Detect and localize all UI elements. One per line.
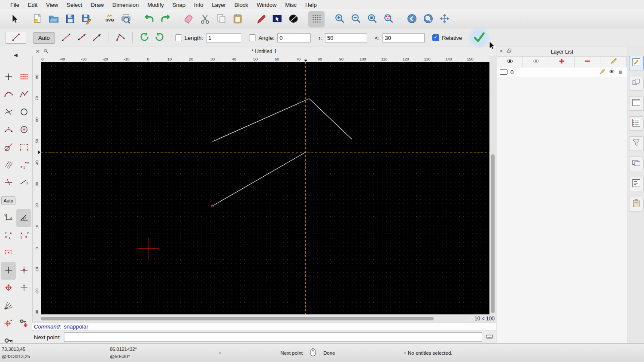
command-input[interactable] [64,332,482,342]
dock-layer-window-toggle[interactable] [629,96,644,111]
snap-endpoint[interactable] [16,262,31,280]
vertical-scrollbar-thumb[interactable] [491,154,495,313]
tool-tangent-line[interactable] [1,139,16,157]
dock-clipboard-toggle[interactable] [629,197,644,211]
radius-input[interactable] [325,33,367,42]
set-relative-zero[interactable] [16,315,31,332]
zoom-redraw-button[interactable] [404,11,420,27]
menu-select[interactable]: Select [62,2,86,8]
close-document-icon[interactable]: ✕ [36,48,40,54]
toggle-grid-button[interactable] [308,11,325,27]
remove-layer-button[interactable] [575,57,601,67]
line-normal-button[interactable] [58,31,74,44]
menu-edit[interactable]: Edit [24,2,42,8]
snap-auto[interactable]: Auto [1,192,16,209]
snap-center[interactable] [1,280,16,297]
menu-info[interactable]: Info [190,2,208,8]
menu-file[interactable]: File [6,2,24,8]
tool-arc[interactable] [1,121,16,139]
modify-layer-button[interactable] [601,57,627,67]
tool-order-points[interactable]: 12 [16,157,31,174]
menu-window[interactable]: Window [252,2,281,8]
menu-snap[interactable]: Snap [168,2,190,8]
snap-entity-region[interactable] [1,244,16,262]
tool-select-region[interactable] [16,139,31,157]
select-window-button[interactable] [269,11,285,27]
zoom-previous-button[interactable] [380,11,397,27]
length-input[interactable] [206,33,241,42]
length-checkbox[interactable] [175,34,182,41]
edit-attributes-button[interactable] [252,11,269,27]
zoom-out-button[interactable] [348,11,364,27]
select-button[interactable] [6,11,22,27]
tool-circle[interactable] [16,104,31,121]
cut-button[interactable] [197,11,213,27]
copy-button[interactable] [213,11,229,27]
snap-angle-multiples[interactable] [1,297,16,315]
snap-angle[interactable]: a [16,209,31,227]
drawing-canvas[interactable] [41,62,489,314]
deselect-all-button[interactable] [285,11,301,27]
menu-misc[interactable]: Misc [281,2,301,8]
confirm-button[interactable] [471,31,487,44]
menu-layer[interactable]: Layer [208,2,231,8]
vertical-scrollbar[interactable] [490,56,495,314]
snap-grid[interactable] [1,262,16,280]
edit-layer-icon[interactable] [599,68,606,76]
snap-mode-dropdown[interactable]: Auto [33,32,55,44]
horizontal-scrollbar-thumb[interactable] [41,317,434,320]
panel-float-icon[interactable] [507,48,512,55]
dock-library-browser-toggle[interactable] [629,157,644,171]
layer-visible-icon[interactable] [608,68,615,76]
polar-angle-input[interactable] [383,33,425,42]
lock-relative-zero[interactable] [1,332,16,343]
panel-close-icon[interactable]: ✕ [499,48,503,54]
add-layer-button[interactable] [549,57,575,67]
open-file-button[interactable] [46,11,62,27]
zoom-in-button[interactable] [331,11,348,27]
layer-row[interactable]: 0 [497,67,627,77]
relative-checkbox[interactable] [432,34,439,41]
save-as-button[interactable] [78,11,94,27]
collapse-toolbar-button[interactable]: ◀ [0,52,31,58]
restrict-vertical[interactable]: 12 [16,227,31,244]
menu-draw[interactable]: Draw [86,2,108,8]
export-svg-button[interactable]: SVG [101,11,118,27]
tool-spline-points[interactable] [1,86,16,104]
angle-input[interactable] [277,33,311,42]
dock-filter-toggle[interactable] [629,136,644,151]
line-direction-button[interactable] [89,31,105,44]
zoom-window-button[interactable] [420,11,436,27]
tool-polyline[interactable] [16,86,31,104]
dock-pen-widget-toggle[interactable] [629,56,644,70]
dock-block-list-toggle[interactable] [629,76,644,90]
tool-hatch[interactable] [1,157,16,174]
document-zoom-icon[interactable] [43,48,49,55]
layer-lock-icon[interactable] [617,69,623,76]
tool-point-grid[interactable] [16,69,31,86]
tool-divide-line[interactable] [1,174,16,192]
delete-entities-button[interactable] [180,11,197,27]
menu-modify[interactable]: Modify [143,2,168,8]
polyline-mode-button[interactable] [113,31,128,44]
redo-button[interactable] [157,11,173,27]
toggle-construction-views-button[interactable] [523,57,549,67]
undo-segment-button[interactable] [137,31,152,44]
tool-draw-point[interactable] [1,69,16,86]
menu-block[interactable]: Block [230,2,252,8]
tool-line-angle[interactable] [1,104,16,121]
horizontal-scrollbar[interactable] [41,316,467,321]
snap-orthogonal[interactable]: yx [1,209,16,227]
tool-line-limit[interactable]: ! [16,174,31,192]
menu-dimension[interactable]: Dimension [108,2,143,8]
undo-button[interactable] [141,11,157,27]
tool-circle-center[interactable] [16,121,31,139]
zoom-pan-button[interactable] [436,11,453,27]
menu-help[interactable]: Help [301,2,321,8]
toggle-visibility-button[interactable] [497,57,523,67]
menu-view[interactable]: View [42,2,62,8]
print-preview-button[interactable] [118,11,134,27]
save-file-button[interactable] [62,11,78,27]
keyboard-toggle-button[interactable] [486,333,493,342]
dock-command-widget-toggle[interactable] [629,177,644,191]
